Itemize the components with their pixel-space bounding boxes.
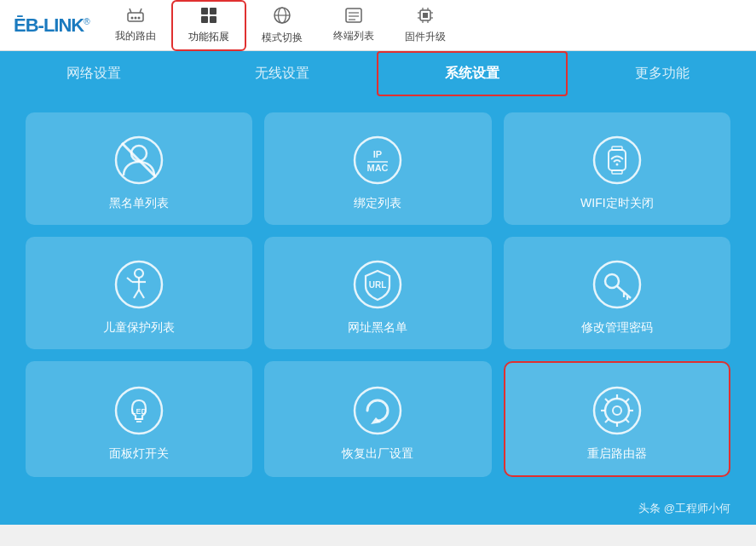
grid-container: 黑名单列表 IP MAC 绑定列表 (26, 112, 730, 477)
nav-firmware-upgrade-label: 固件升级 (405, 30, 446, 44)
child-icon (112, 257, 166, 312)
tab-wireless-settings[interactable]: 无线设置 (188, 53, 377, 95)
secondary-tabs: 网络设置 无线设置 系统设置 更多功能 (0, 51, 756, 95)
svg-rect-9 (210, 16, 216, 23)
svg-point-69 (613, 406, 621, 415)
tab-system-settings[interactable]: 系统设置 (377, 51, 568, 96)
grid-item-blacklist[interactable]: 黑名单列表 (26, 112, 252, 225)
tab-more-features[interactable]: 更多功能 (568, 53, 756, 95)
svg-point-40 (135, 269, 143, 278)
led-switch-label: 面板灯开关 (109, 446, 169, 462)
nav-items: 我的路由 功能拓展 模式切换 终端列表 固件升级 (100, 0, 742, 51)
svg-point-3 (130, 16, 133, 19)
svg-rect-38 (612, 170, 622, 174)
svg-rect-7 (210, 8, 216, 14)
bind-list-label: 绑定列表 (354, 196, 401, 211)
grid-item-change-password[interactable]: 修改管理密码 (504, 237, 730, 349)
top-nav: ĒB-LINK® 我的路由 功能拓展 模式切换 (0, 0, 756, 51)
nav-mode-switch[interactable]: 模式切换 (246, 1, 318, 50)
svg-line-67 (626, 399, 629, 402)
change-password-label: 修改管理密码 (581, 320, 653, 336)
svg-point-5 (137, 16, 140, 19)
nav-firmware-upgrade[interactable]: 固件升级 (390, 2, 461, 49)
svg-line-45 (127, 278, 132, 282)
url-blacklist-label: 网址黑名单 (348, 320, 407, 336)
wifi-timer-label: WIFI定时关闭 (580, 196, 654, 211)
nav-my-router-label: 我的路由 (115, 29, 156, 43)
logo-text: ĒB-LINK® (14, 14, 89, 37)
svg-line-44 (139, 290, 144, 298)
nav-terminal-list-label: 终端列表 (333, 29, 374, 43)
key-icon (590, 257, 644, 312)
grid-item-child-protection[interactable]: 儿童保护列表 (26, 237, 252, 349)
tab-network-settings[interactable]: 网络设置 (0, 53, 188, 95)
url-shield-icon: URL (350, 257, 405, 312)
wifi-watch-icon (590, 133, 644, 187)
svg-point-4 (134, 16, 136, 19)
svg-line-68 (605, 419, 609, 422)
svg-rect-37 (612, 147, 622, 150)
factory-reset-label: 恢复出厂设置 (342, 446, 413, 462)
svg-rect-13 (346, 9, 361, 22)
globe-icon (273, 6, 291, 29)
svg-rect-18 (423, 13, 428, 18)
svg-point-49 (605, 274, 619, 288)
nav-feature-expand[interactable]: 功能拓展 (171, 0, 246, 51)
chip-icon (417, 7, 434, 28)
grid-icon (200, 7, 217, 28)
footer: 头条 @工程师小何 (0, 496, 756, 525)
refresh-icon (350, 383, 405, 438)
grid-item-factory-reset[interactable]: 恢复出厂设置 (264, 361, 491, 477)
svg-line-29 (122, 143, 156, 177)
nav-my-router[interactable]: 我的路由 (100, 3, 171, 49)
logo: ĒB-LINK® (14, 14, 89, 37)
grid-item-led-switch[interactable]: LED 面板灯开关 (26, 361, 252, 477)
nav-terminal-list[interactable]: 终端列表 (318, 3, 390, 49)
router-icon (126, 8, 145, 27)
led-bulb-icon: LED (112, 383, 166, 438)
svg-text:MAC: MAC (367, 163, 389, 173)
blacklist-label: 黑名单列表 (109, 196, 169, 211)
svg-point-57 (355, 388, 401, 434)
grid-item-wifi-timer[interactable]: WIFI定时关闭 (504, 112, 730, 225)
grid-item-url-blacklist[interactable]: URL 网址黑名单 (264, 237, 491, 349)
svg-point-60 (605, 399, 629, 422)
svg-rect-8 (201, 16, 208, 23)
reboot-router-label: 重启路由器 (587, 446, 647, 462)
svg-text:URL: URL (369, 280, 387, 290)
svg-point-36 (615, 164, 618, 166)
svg-line-65 (605, 399, 609, 402)
main-content: 黑名单列表 IP MAC 绑定列表 (0, 95, 756, 496)
child-protection-label: 儿童保护列表 (103, 320, 175, 336)
svg-text:IP: IP (373, 149, 382, 159)
svg-point-30 (355, 137, 401, 183)
footer-text: 头条 @工程师小何 (638, 502, 730, 514)
grid-item-reboot-router[interactable]: 重启路由器 (504, 361, 730, 477)
ip-mac-icon: IP MAC (350, 133, 405, 187)
nav-mode-switch-label: 模式切换 (262, 31, 303, 45)
list-icon (345, 8, 362, 27)
nav-feature-expand-label: 功能拓展 (188, 30, 229, 44)
power-wheel-icon (590, 383, 644, 438)
grid-item-bind-list[interactable]: IP MAC 绑定列表 (264, 112, 491, 225)
svg-line-66 (626, 419, 629, 422)
svg-text:LED: LED (131, 407, 147, 416)
person-blocked-icon (112, 133, 166, 187)
svg-line-43 (134, 290, 139, 298)
svg-rect-6 (201, 8, 208, 14)
